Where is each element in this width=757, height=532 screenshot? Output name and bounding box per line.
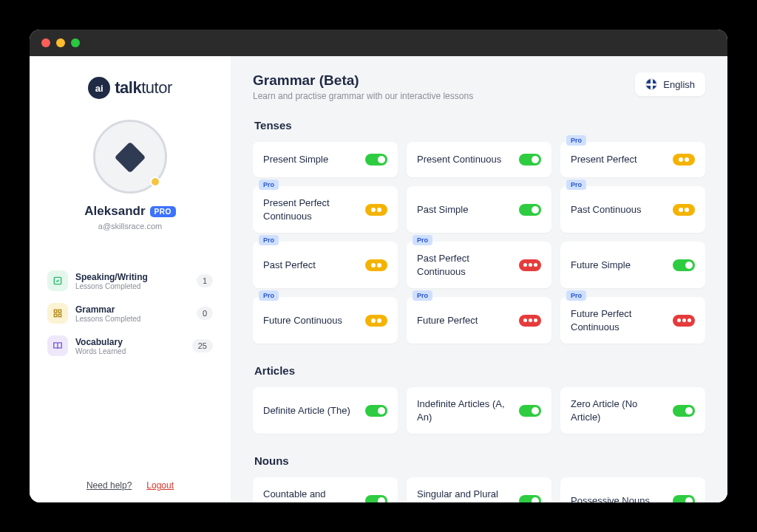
lesson-card[interactable]: Zero Article (No Article)	[560, 387, 705, 434]
user-name: Aleksandr	[84, 204, 145, 219]
stat-speaking[interactable]: Speaking/Writing Lessons Completed 1	[47, 265, 213, 297]
difficulty-indicator	[365, 315, 387, 327]
lesson-title: Past Simple	[417, 203, 474, 216]
user-pro-badge: PRO	[150, 206, 176, 217]
lesson-card[interactable]: ProFuture Perfect Continuous	[560, 297, 705, 344]
sidebar: ai talktutor Aleksandr PRO a@skillsrace.…	[30, 56, 231, 502]
pro-tag: Pro	[413, 235, 432, 245]
lesson-card[interactable]: Present Continuous	[407, 142, 551, 177]
difficulty-indicator	[673, 405, 695, 417]
sidebar-footer: Need help? Logout	[30, 480, 231, 491]
svg-rect-4	[58, 314, 61, 317]
difficulty-indicator	[519, 259, 541, 271]
lesson-card[interactable]: Present Simple	[253, 142, 398, 177]
card-grid: Definite Article (The)Indefinite Article…	[253, 387, 705, 434]
lesson-card[interactable]: Indefinite Articles (A, An)	[407, 387, 551, 434]
avatar[interactable]	[93, 120, 167, 194]
svg-rect-1	[54, 310, 57, 313]
lesson-card[interactable]: ProFuture Perfect	[407, 297, 551, 344]
difficulty-indicator	[673, 204, 695, 216]
lesson-card[interactable]: Future Simple	[560, 242, 705, 288]
lesson-title: Indefinite Articles (A, An)	[417, 398, 519, 423]
section-title: Nouns	[254, 454, 705, 467]
difficulty-indicator	[673, 315, 695, 327]
brand-name: talktutor	[115, 78, 172, 98]
logout-link[interactable]: Logout	[146, 480, 174, 491]
status-dot-icon	[150, 177, 160, 187]
stat-text: Grammar Lessons Completed	[75, 304, 189, 323]
lesson-card[interactable]: Definite Article (The)	[253, 387, 398, 434]
stat-text: Speaking/Writing Lessons Completed	[75, 272, 189, 290]
stat-title: Speaking/Writing	[75, 272, 189, 282]
pro-tag: Pro	[566, 290, 586, 301]
lesson-title: Countable and Uncountable Nouns	[263, 488, 365, 502]
difficulty-indicator	[365, 154, 387, 166]
svg-rect-3	[54, 314, 57, 317]
language-label: English	[663, 79, 695, 90]
window-minimize-button[interactable]	[56, 38, 65, 47]
brand-logo[interactable]: ai talktutor	[88, 77, 172, 99]
difficulty-indicator	[519, 154, 541, 166]
stat-count: 1	[197, 274, 213, 287]
stat-count: 25	[192, 339, 213, 352]
page-header: Grammar (Beta) Learn and practise gramma…	[253, 72, 705, 101]
lesson-card[interactable]: ProPast Perfect	[253, 242, 398, 288]
page-title: Grammar (Beta)	[253, 72, 473, 89]
window-zoom-button[interactable]	[71, 38, 80, 47]
help-link[interactable]: Need help?	[86, 480, 132, 491]
pro-tag: Pro	[259, 290, 279, 301]
lesson-card[interactable]: Possessive Nouns	[560, 477, 705, 502]
lesson-title: Possessive Nouns	[571, 494, 656, 502]
lesson-card[interactable]: Past Simple	[407, 186, 551, 233]
lesson-title: Future Perfect Continuous	[571, 307, 673, 333]
avatar-ring	[93, 120, 167, 194]
pro-tag: Pro	[259, 235, 279, 245]
stat-vocabulary[interactable]: Vocabulary Words Learned 25	[47, 330, 213, 362]
app-window: ai talktutor Aleksandr PRO a@skillsrace.…	[30, 30, 727, 502]
sections-root: TensesPresent SimplePresent ContinuousPr…	[253, 119, 705, 502]
lesson-card[interactable]: Countable and Uncountable Nouns	[253, 477, 398, 502]
book-icon	[47, 335, 68, 356]
user-name-row: Aleksandr PRO	[84, 204, 175, 219]
window-titlebar	[30, 30, 727, 56]
user-email: a@skillsrace.com	[98, 222, 162, 231]
lesson-card[interactable]: Singular and Plural Nouns	[407, 477, 551, 502]
lesson-title: Future Continuous	[263, 314, 348, 327]
difficulty-indicator	[365, 495, 387, 502]
pro-tag: Pro	[259, 180, 279, 190]
window-close-button[interactable]	[41, 38, 50, 47]
stat-grammar[interactable]: Grammar Lessons Completed 0	[47, 297, 213, 330]
lesson-title: Past Perfect Continuous	[417, 252, 519, 278]
page-heading: Grammar (Beta) Learn and practise gramma…	[253, 72, 473, 101]
lesson-title: Past Continuous	[571, 203, 647, 216]
difficulty-indicator	[673, 259, 695, 271]
lesson-title: Present Simple	[263, 153, 334, 166]
lesson-card[interactable]: ProFuture Continuous	[253, 297, 398, 344]
lesson-card[interactable]: ProPresent Perfect	[560, 142, 705, 177]
brand-badge: ai	[88, 77, 110, 99]
difficulty-indicator	[519, 315, 541, 327]
difficulty-indicator	[519, 405, 541, 417]
card-grid: Present SimplePresent ContinuousProPrese…	[253, 142, 705, 344]
section-title: Articles	[254, 364, 705, 377]
edit-icon	[47, 270, 68, 291]
blocks-icon	[47, 303, 68, 324]
difficulty-indicator	[365, 204, 387, 216]
lesson-card[interactable]: ProPast Perfect Continuous	[407, 242, 551, 288]
lesson-title: Present Perfect	[571, 153, 643, 166]
main-content: Grammar (Beta) Learn and practise gramma…	[231, 56, 727, 502]
pro-tag: Pro	[566, 180, 586, 190]
stats-list: Speaking/Writing Lessons Completed 1 Gra…	[30, 265, 231, 362]
lesson-card[interactable]: ProPresent Perfect Continuous	[253, 186, 398, 233]
stat-title: Vocabulary	[75, 337, 185, 347]
stat-sub: Lessons Completed	[75, 282, 189, 290]
page-subtitle: Learn and practise grammar with our inte…	[253, 91, 473, 101]
lesson-title: Singular and Plural Nouns	[417, 488, 519, 502]
brand-name-b: tutor	[141, 78, 172, 97]
lesson-card[interactable]: ProPast Continuous	[560, 186, 705, 233]
pro-tag: Pro	[413, 290, 432, 301]
section-title: Tenses	[254, 119, 705, 132]
lesson-title: Present Perfect Continuous	[263, 197, 365, 222]
language-selector[interactable]: English	[635, 72, 705, 96]
lesson-title: Future Simple	[571, 259, 637, 272]
